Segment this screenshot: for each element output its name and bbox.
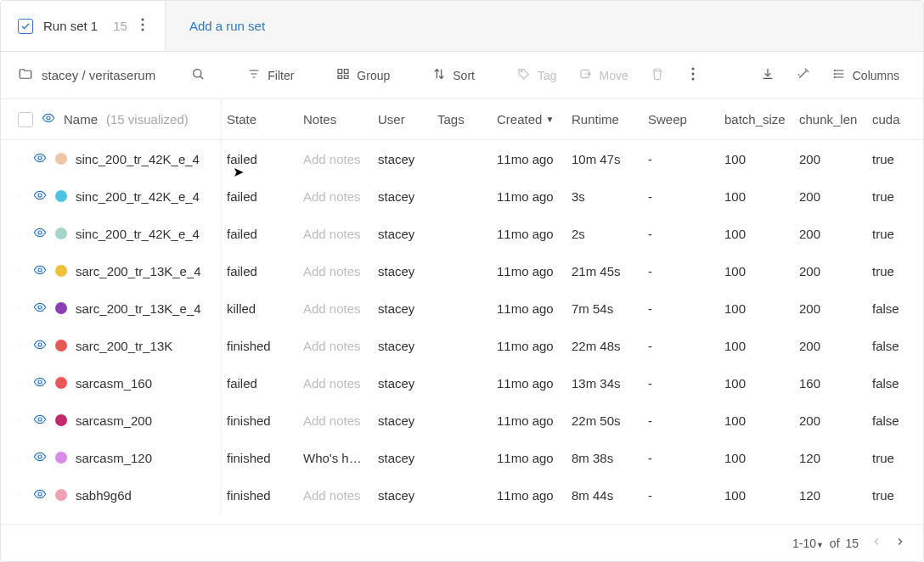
color-swatch[interactable]: [55, 489, 67, 501]
visibility-all-icon[interactable]: [42, 111, 55, 127]
drag-handle-icon[interactable]: ·: [18, 190, 25, 202]
col-chunk-len[interactable]: chunk_len: [794, 112, 867, 126]
drag-handle-icon[interactable]: ·: [18, 302, 25, 314]
col-tags[interactable]: Tags: [432, 112, 492, 126]
col-sweep[interactable]: Sweep: [643, 112, 719, 126]
drag-handle-icon[interactable]: ·: [18, 265, 25, 277]
run-name[interactable]: sinc_200_tr_42K_e_4: [76, 152, 200, 166]
col-batch-size[interactable]: batch_size: [719, 112, 794, 126]
color-swatch[interactable]: [55, 190, 67, 202]
visibility-icon[interactable]: [33, 375, 47, 391]
drag-handle-icon[interactable]: ·: [18, 452, 25, 464]
table-row[interactable]: ·sarcasm_120finishedWho's h…stacey11mo a…: [1, 439, 923, 476]
range-dropdown-icon[interactable]: ▼: [816, 541, 824, 549]
cell-notes[interactable]: Who's h…: [298, 451, 373, 465]
run-name[interactable]: sabh9g6d: [76, 488, 132, 503]
visibility-icon[interactable]: [33, 487, 47, 503]
breadcrumb[interactable]: stacey / veritaserum: [18, 66, 155, 84]
cell-notes[interactable]: Add notes: [298, 189, 373, 204]
color-swatch[interactable]: [55, 302, 67, 314]
more-button[interactable]: [679, 62, 707, 88]
color-swatch[interactable]: [55, 414, 67, 426]
notes-placeholder[interactable]: Add notes: [303, 264, 361, 278]
delete-button[interactable]: [644, 62, 671, 88]
visibility-icon[interactable]: [33, 413, 47, 429]
prev-page-button[interactable]: [870, 536, 882, 550]
cell-notes[interactable]: Add notes: [298, 488, 373, 503]
notes-placeholder[interactable]: Add notes: [303, 152, 361, 166]
col-name[interactable]: Name: [64, 112, 98, 126]
color-swatch[interactable]: [55, 228, 67, 239]
table-row[interactable]: ·sarcasm_160failedAdd notesstacey11mo ag…: [1, 364, 923, 402]
cell-notes[interactable]: Add notes: [298, 376, 373, 391]
move-button[interactable]: Move: [572, 62, 635, 88]
run-name[interactable]: sarcasm_200: [76, 413, 152, 428]
sort-button[interactable]: Sort: [425, 62, 482, 88]
cell-notes[interactable]: Add notes: [298, 152, 373, 166]
columns-button[interactable]: Columns: [825, 62, 906, 88]
notes-placeholder[interactable]: Add notes: [303, 189, 361, 204]
notes-placeholder[interactable]: Add notes: [303, 227, 361, 241]
cell-notes[interactable]: Add notes: [298, 264, 373, 278]
col-notes[interactable]: Notes: [298, 112, 373, 126]
notes-placeholder[interactable]: Add notes: [303, 339, 361, 353]
visibility-icon[interactable]: [33, 450, 47, 466]
visibility-icon[interactable]: [33, 301, 47, 317]
run-name[interactable]: sarcasm_160: [76, 376, 152, 391]
runset-tab[interactable]: Run set 1 15: [1, 1, 166, 51]
cell-notes[interactable]: Add notes: [298, 339, 373, 353]
table-row[interactable]: ·sinc_200_tr_42K_e_4failedAdd notesstace…: [1, 215, 923, 252]
table-row[interactable]: ·sarc_200_tr_13K_e_4failedAdd notesstace…: [1, 252, 923, 289]
cell-notes[interactable]: Add notes: [298, 301, 373, 316]
col-created[interactable]: Created ▼: [492, 112, 566, 126]
notes-text[interactable]: Who's h…: [303, 451, 362, 465]
drag-handle-icon[interactable]: ·: [18, 153, 25, 165]
visibility-icon[interactable]: [33, 188, 47, 205]
drag-handle-icon[interactable]: ·: [18, 340, 25, 351]
runset-checkbox[interactable]: [18, 19, 33, 34]
select-all-checkbox[interactable]: [18, 112, 33, 127]
col-user[interactable]: User: [373, 112, 432, 126]
download-button[interactable]: [754, 62, 781, 88]
filter-button[interactable]: Filter: [240, 62, 301, 88]
runset-menu-icon[interactable]: [138, 18, 148, 34]
run-name[interactable]: sarcasm_120: [76, 451, 152, 465]
cell-notes[interactable]: Add notes: [298, 413, 373, 428]
col-cuda[interactable]: cuda: [867, 112, 905, 126]
table-row[interactable]: ·sinc_200_tr_42K_e_4failedAdd notesstace…: [1, 140, 923, 177]
color-swatch[interactable]: [55, 265, 67, 277]
visibility-icon[interactable]: [33, 151, 47, 167]
table-row[interactable]: ·sarcasm_200finishedAdd notesstacey11mo …: [1, 402, 923, 439]
add-runset-button[interactable]: Add a run set: [166, 1, 289, 51]
drag-handle-icon[interactable]: ·: [18, 489, 25, 501]
col-state[interactable]: State: [222, 112, 298, 126]
color-swatch[interactable]: [55, 377, 67, 389]
tag-button[interactable]: Tag: [510, 62, 564, 88]
notes-placeholder[interactable]: Add notes: [303, 488, 361, 503]
run-name[interactable]: sinc_200_tr_42K_e_4: [76, 227, 200, 241]
color-swatch[interactable]: [55, 340, 67, 351]
run-name[interactable]: sinc_200_tr_42K_e_4: [76, 189, 200, 204]
run-name[interactable]: sarc_200_tr_13K_e_4: [76, 301, 201, 316]
wand-button[interactable]: [790, 62, 817, 88]
run-name[interactable]: sarc_200_tr_13K_e_4: [76, 264, 201, 278]
table-row[interactable]: ·sabh9g6dfinishedAdd notesstacey11mo ago…: [1, 476, 923, 514]
table-row[interactable]: ·sarc_200_tr_13K_e_4killedAdd notesstace…: [1, 289, 923, 327]
notes-placeholder[interactable]: Add notes: [303, 301, 361, 316]
search-button[interactable]: [184, 62, 211, 88]
drag-handle-icon[interactable]: ·: [18, 377, 25, 389]
drag-handle-icon[interactable]: ·: [18, 228, 25, 239]
drag-handle-icon[interactable]: ·: [18, 414, 25, 426]
visibility-icon[interactable]: [33, 226, 47, 242]
table-row[interactable]: ·sinc_200_tr_42K_e_4failedAdd notesstace…: [1, 177, 923, 215]
visibility-icon[interactable]: [33, 263, 47, 279]
color-swatch[interactable]: [55, 153, 67, 165]
col-runtime[interactable]: Runtime: [566, 112, 643, 126]
color-swatch[interactable]: [55, 452, 67, 464]
table-row[interactable]: ·sarc_200_tr_13KfinishedAdd notesstacey1…: [1, 327, 923, 364]
group-button[interactable]: Group: [330, 62, 397, 88]
next-page-button[interactable]: [894, 536, 906, 550]
visibility-icon[interactable]: [33, 338, 47, 354]
notes-placeholder[interactable]: Add notes: [303, 413, 361, 428]
run-name[interactable]: sarc_200_tr_13K: [76, 339, 172, 353]
